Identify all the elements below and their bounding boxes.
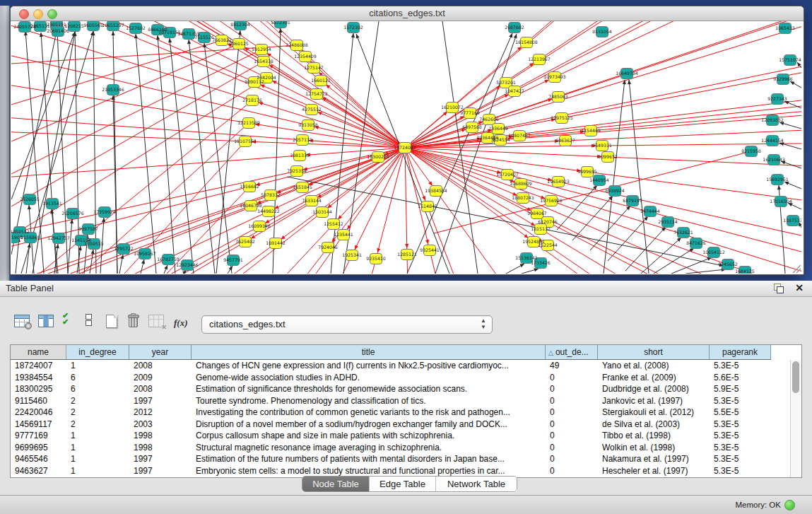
graph-node-label: 1514845: [418, 204, 437, 209]
graph-node-label: 2305191: [47, 22, 66, 27]
graph-node-label: 12213967: [528, 57, 551, 62]
table-row[interactable]: 969969511998Structural magnetic resonanc…: [11, 442, 801, 454]
graph-node-label: 10958167: [134, 251, 156, 256]
table-cell: Jankovic et al. (1997): [598, 395, 710, 407]
new-document-icon[interactable]: [106, 315, 117, 328]
graph-node-label: 1503144: [312, 209, 332, 214]
graph-node-label: 3624554: [490, 137, 510, 142]
function-icon[interactable]: f(x): [174, 316, 188, 329]
graph-node-label: 15751074: [779, 57, 801, 62]
column-header-year[interactable]: year: [129, 345, 192, 359]
graph-node-label: 10655287: [102, 23, 124, 28]
graph-node-label: 6879197: [623, 198, 642, 203]
table-row[interactable]: 946362711997Embryonic stem cells: a mode…: [11, 465, 801, 477]
graph-node-label: 9457791: [223, 257, 243, 262]
graph-node-label: 17016504: [770, 199, 792, 204]
column-header-pagerank[interactable]: pagerank: [710, 345, 771, 359]
graph-node-label: 19654923: [547, 179, 570, 184]
citation-network-graph: 2405572420651312305191120821596055651065…: [11, 21, 801, 274]
graph-node-label: 5873201: [496, 80, 516, 85]
tab-network-table[interactable]: Network Table: [436, 477, 517, 491]
column-header-name[interactable]: name: [11, 345, 66, 359]
graph-node-label: 2935114: [658, 219, 678, 224]
graph-node-label: 1660121: [311, 78, 331, 83]
table-row[interactable]: 911546021997Tourette syndrome. Phenomeno…: [11, 395, 801, 407]
table-settings-icon[interactable]: [14, 315, 30, 327]
table-panel-titlebar: Table Panel ✕: [0, 281, 812, 297]
graph-node-label: 16782759: [157, 257, 180, 262]
graph-node-label: 1154469: [581, 128, 601, 133]
graph-node-label: 1654338: [254, 59, 273, 64]
scrollbar-thumb[interactable]: [792, 361, 799, 393]
graph-node-label: 9313058: [298, 122, 318, 127]
table-row[interactable]: 2242004622012Investigating the contribut…: [11, 407, 801, 419]
table-cell: 1997: [129, 465, 192, 477]
graph-node-label: 9777169: [460, 110, 480, 115]
table-cell: 1: [66, 430, 129, 442]
graph-node-label: 1275147: [304, 65, 324, 70]
table-cell: de Silva et al. (2003): [598, 419, 710, 431]
trash-icon[interactable]: [127, 313, 139, 327]
table-row[interactable]: 1456911722003Disruption of a novel membe…: [11, 419, 801, 431]
status-bar: Memory: OK: [0, 495, 812, 514]
network-window-titlebar[interactable]: citations_edges.txt: [11, 6, 804, 21]
table-cell: 5.6E-5: [710, 372, 771, 384]
table-row[interactable]: 977716911998Corpus callosum shape and si…: [11, 430, 801, 442]
column-header-title[interactable]: title: [192, 345, 546, 359]
column-header-in_degree[interactable]: in_degree: [66, 345, 129, 359]
graph-node-label: 1156869: [20, 235, 40, 240]
table-cell: Changes of HCN gene expression and I(f) …: [192, 360, 546, 372]
table-cell: 9115460: [11, 395, 66, 407]
graph-node-label: 10973493: [543, 74, 566, 79]
table-vertical-scrollbar[interactable]: [790, 360, 801, 477]
graph-node-label: 18724007: [394, 145, 416, 150]
tab-edge-table[interactable]: Edge Table: [370, 477, 436, 491]
graph-node-label: 15136141: [515, 255, 538, 260]
graph-node-label: 17359924: [93, 209, 116, 214]
table-cell: 18300295: [11, 383, 66, 395]
column-select-icon[interactable]: [38, 315, 54, 327]
rows-icon[interactable]: [86, 314, 92, 327]
network-canvas[interactable]: 2405572420651312305191120821596055651065…: [11, 21, 801, 274]
table-row[interactable]: 1872400712008Changes of HCN gene express…: [11, 360, 801, 372]
table-cell: 5.3E-5: [710, 430, 771, 442]
table-cell: Estimation of the future numbers of pati…: [192, 453, 546, 465]
table-cell: Genome-wide association studies in ADHD.: [192, 372, 546, 384]
table-cell: Embryonic stem cells: a model to study s…: [192, 465, 546, 477]
graph-node-label: 7925354: [287, 168, 307, 173]
table-cell: Stergiakouli et al. (2012): [598, 407, 710, 419]
graph-node-label: 16099348: [248, 223, 271, 228]
table-panel: Table Panel ✕ ✔✔ ✕ f(x) citations_edges.: [0, 281, 812, 495]
close-panel-icon[interactable]: ✕: [795, 282, 804, 293]
table-cell: Corpus callosum shape and size in male p…: [192, 430, 546, 442]
graph-node-label: 14498222: [257, 209, 280, 214]
graph-node-label: 12093832: [761, 117, 784, 122]
column-header-out_de[interactable]: △out_de...: [546, 345, 598, 359]
table-row[interactable]: 946554611997Estimation of the future num…: [11, 453, 801, 465]
graph-node-label: 7632621: [673, 230, 693, 235]
table-cell: Investigating the contribution of common…: [192, 407, 546, 419]
graph-node-label: 8131054: [592, 29, 612, 34]
table-row[interactable]: 1938455462009Genome-wide association stu…: [11, 372, 801, 384]
graph-node-label: 1916682: [240, 184, 259, 189]
table-cell: 0: [546, 430, 598, 442]
table-panel-title: Table Panel: [6, 283, 54, 293]
graph-node-label: 9329966: [773, 76, 793, 81]
tab-node-table[interactable]: Node Table: [302, 477, 370, 491]
table-cell: 9463627: [11, 465, 66, 477]
row-checks-icon[interactable]: ✔✔: [62, 313, 72, 325]
float-panel-icon[interactable]: [774, 284, 784, 293]
table-cell: 0: [546, 419, 598, 431]
dropdown-stepper-icon: ▲▼: [481, 317, 486, 330]
table-row[interactable]: 1830029562008Estimation of significance …: [11, 383, 801, 395]
table-selector-dropdown[interactable]: citations_edges.txt ▲▼: [201, 315, 493, 334]
table-cell: 5.3E-5: [710, 419, 771, 431]
column-header-short[interactable]: short: [598, 345, 710, 359]
table-cell: 9465546: [11, 453, 66, 465]
memory-status-dot[interactable]: [784, 500, 795, 510]
table-cell: 9699695: [11, 442, 66, 454]
table-cell: 1998: [129, 430, 192, 442]
graph-node-label: 9245652: [718, 262, 738, 267]
table-selector-value: citations_edges.txt: [209, 319, 286, 329]
graph-node-label: 9474444: [640, 209, 660, 214]
